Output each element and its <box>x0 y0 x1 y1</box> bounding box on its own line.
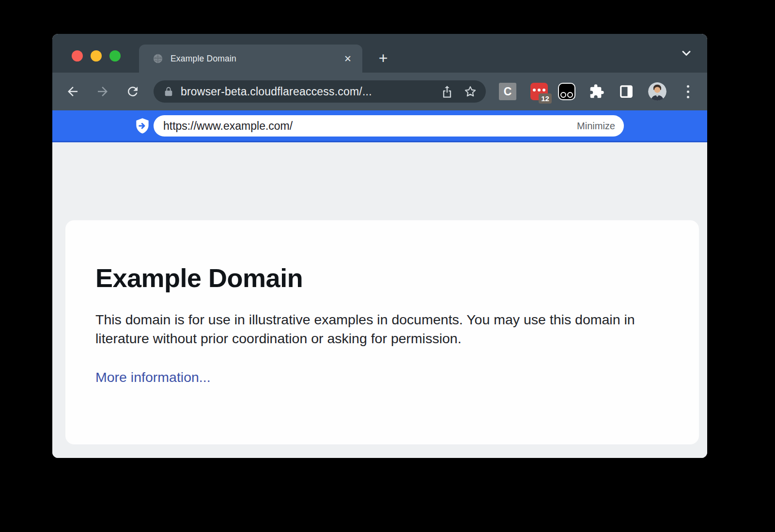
lock-icon <box>163 85 174 98</box>
back-button[interactable] <box>63 82 82 101</box>
puzzle-piece-icon <box>589 84 604 99</box>
isolation-url-value: https://www.example.com/ <box>163 120 577 133</box>
chevron-down-icon[interactable] <box>680 46 693 60</box>
extension-badge: 12 <box>539 93 552 104</box>
page-paragraph: This domain is for use in illustrative e… <box>95 310 652 348</box>
page-heading: Example Domain <box>95 263 670 293</box>
forward-arrow-icon <box>95 84 110 99</box>
profile-avatar[interactable] <box>648 82 666 101</box>
side-panel-icon <box>619 84 634 99</box>
shield-arrow-icon <box>133 117 152 135</box>
close-tab-icon[interactable]: ✕ <box>344 54 352 63</box>
left-circle-glyph <box>560 92 566 98</box>
browser-toolbar: browser-beta.cloudflareaccess.com/... C … <box>52 73 707 110</box>
address-bar[interactable]: browser-beta.cloudflareaccess.com/... <box>154 80 486 103</box>
isolation-url-input[interactable]: https://www.example.com/ Minimize <box>154 115 624 137</box>
browser-window: Example Domain ✕ + <box>52 34 707 458</box>
globe-favicon-icon <box>153 53 163 64</box>
extension-red-dots-icon[interactable]: 12 <box>530 83 548 100</box>
share-icon[interactable] <box>440 84 454 99</box>
side-panel-button[interactable] <box>618 83 635 100</box>
new-tab-button[interactable]: + <box>373 48 393 68</box>
kebab-dot <box>687 85 689 88</box>
more-information-link[interactable]: More information... <box>95 369 211 385</box>
minimize-window-button[interactable] <box>91 50 102 61</box>
page-viewport: Example Domain This domain is for use in… <box>52 142 707 458</box>
extension-c-icon[interactable]: C <box>499 83 516 100</box>
three-dots-glyph <box>533 89 545 91</box>
minimize-button[interactable]: Minimize <box>577 121 615 132</box>
address-bar-url: browser-beta.cloudflareaccess.com/... <box>181 85 440 98</box>
extensions-menu-button[interactable] <box>588 83 605 100</box>
bookmark-star-icon[interactable] <box>464 85 477 98</box>
forward-button[interactable] <box>93 82 112 101</box>
extension-camera-icon[interactable] <box>558 83 575 100</box>
reload-icon <box>125 84 140 99</box>
tab-strip: Example Domain ✕ + <box>52 34 707 73</box>
tab-title: Example Domain <box>170 54 344 64</box>
extension-c-label: C <box>504 85 512 98</box>
content-card: Example Domain This domain is for use in… <box>65 220 699 444</box>
reload-button[interactable] <box>123 82 142 101</box>
desktop-background: Example Domain ✕ + <box>0 0 775 532</box>
back-arrow-icon <box>65 84 80 99</box>
fullscreen-window-button[interactable] <box>109 50 121 61</box>
right-circle-glyph <box>567 92 573 98</box>
tab-example-domain[interactable]: Example Domain ✕ <box>139 45 362 73</box>
avatar-photo <box>648 82 666 101</box>
window-controls <box>72 50 121 61</box>
close-window-button[interactable] <box>72 50 83 61</box>
browser-menu-button[interactable] <box>682 84 694 99</box>
kebab-dot <box>687 96 689 98</box>
kebab-dot <box>687 91 689 93</box>
isolation-bar: https://www.example.com/ Minimize <box>52 110 707 142</box>
